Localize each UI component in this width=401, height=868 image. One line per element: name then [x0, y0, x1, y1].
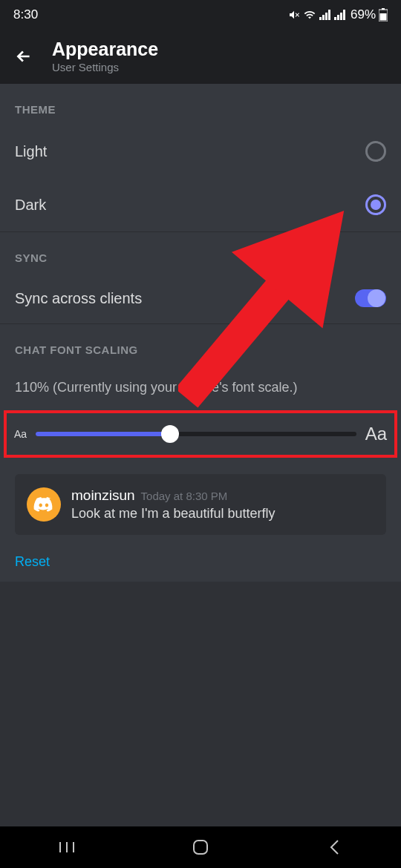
theme-option-light[interactable]: Light — [0, 125, 401, 178]
toggle-knob — [368, 289, 385, 307]
battery-icon — [379, 8, 388, 22]
content: THEME Light Dark SYNC Sync across client… — [0, 84, 401, 582]
page-subtitle: User Settings — [52, 61, 158, 73]
slider-label-big: Aa — [365, 424, 387, 444]
font-scaling-section-label: CHAT FONT SCALING — [0, 324, 401, 365]
theme-option-dark[interactable]: Dark — [0, 178, 401, 231]
svg-rect-5 — [337, 15, 339, 20]
nav-home[interactable] — [178, 839, 223, 855]
svg-rect-10 — [380, 13, 387, 21]
preview-timestamp: Today at 8:30 PM — [141, 490, 228, 502]
sync-toggle[interactable] — [355, 289, 386, 307]
preview-username: moinzisun — [71, 487, 135, 504]
slider-label-small: Aa — [14, 428, 27, 440]
preview-message: Look at me I'm a beautiful butterfly — [71, 506, 374, 522]
message-preview: moinzisun Today at 8:30 PM Look at me I'… — [15, 474, 386, 535]
status-time: 8:30 — [13, 7, 38, 22]
svg-rect-2 — [325, 13, 327, 20]
svg-rect-3 — [328, 10, 330, 20]
radio-light[interactable] — [365, 141, 386, 162]
header: Appearance User Settings — [0, 30, 401, 84]
signal-icon-1 — [319, 10, 331, 20]
svg-rect-7 — [343, 10, 345, 20]
slider-fill — [36, 432, 170, 436]
nav-back-icon — [329, 839, 339, 855]
svg-rect-6 — [340, 13, 342, 20]
discord-logo-icon — [33, 497, 54, 513]
slider-thumb[interactable] — [161, 425, 179, 443]
font-scaling-current: 110% (Currently using your device's font… — [0, 365, 401, 404]
sync-section-label: SYNC — [0, 232, 401, 273]
recents-icon — [59, 841, 75, 854]
font-slider-container: Aa Aa — [4, 410, 397, 458]
signal-icon-2 — [334, 10, 346, 20]
radio-dark[interactable] — [365, 194, 386, 215]
svg-rect-4 — [334, 17, 336, 20]
status-icons: 69% — [288, 7, 388, 22]
svg-rect-0 — [319, 17, 322, 20]
nav-bar — [0, 826, 401, 868]
theme-dark-label: Dark — [15, 197, 46, 214]
theme-light-label: Light — [15, 143, 47, 160]
theme-section-label: THEME — [0, 84, 401, 125]
nav-back[interactable] — [312, 839, 356, 855]
home-icon — [192, 839, 209, 855]
mute-icon — [288, 9, 300, 21]
svg-rect-16 — [194, 841, 207, 854]
nav-recents[interactable] — [45, 841, 89, 854]
radio-dark-inner — [371, 200, 381, 210]
font-slider[interactable] — [36, 432, 356, 436]
sync-row[interactable]: Sync across clients — [0, 273, 401, 323]
avatar — [27, 487, 61, 522]
battery-text: 69% — [351, 7, 376, 22]
svg-rect-1 — [322, 15, 325, 20]
back-button[interactable] — [12, 45, 36, 68]
back-arrow-icon — [14, 47, 33, 66]
sync-label: Sync across clients — [15, 290, 142, 307]
wifi-icon — [303, 9, 316, 21]
page-title: Appearance — [52, 39, 158, 60]
status-bar: 8:30 69% — [0, 0, 401, 30]
reset-link[interactable]: Reset — [0, 542, 401, 582]
